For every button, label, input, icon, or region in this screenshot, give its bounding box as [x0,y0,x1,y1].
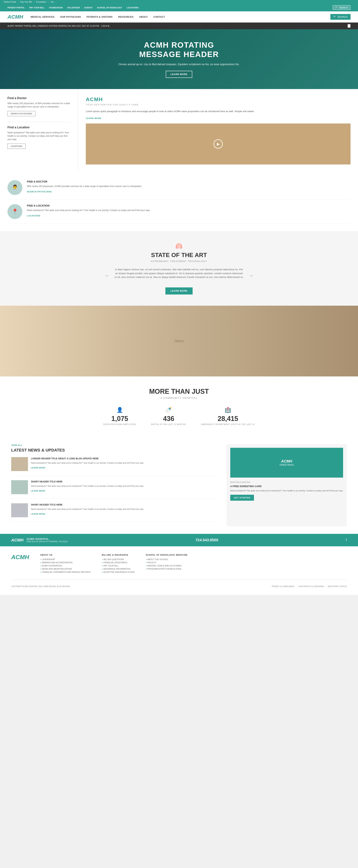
utility-patient-portal[interactable]: Patient Portal [4,1,16,3]
find-doctor-content: FIND A DOCTOR With nearly 200 physicians… [27,180,142,193]
nav-patients[interactable]: PATIENTS & VISITORS [86,16,112,18]
stats-row: 👤 1,075 DEDICATED ACMH EMPLOYEES 🍼 436 B… [7,407,351,426]
find-location-card: Find a Location Need assistance? Not qui… [7,126,71,149]
utility-foundation[interactable]: Foundation [36,1,47,3]
state-art-heading: STATE OF THE ART [7,252,351,258]
stat-employees-label: DEDICATED ACMH EMPLOYEES [103,423,136,426]
news-item-3: SHORT HEADER TITLE HERE Need assistance?… [11,503,219,522]
news-cta-2[interactable]: LEARN MORE [31,490,45,492]
footer-school-heading: SCHOOL OF RADIOLOGIC MEDICINE [146,554,187,556]
nonprofit-link[interactable]: NON PROFIT STATUS [328,585,347,587]
ecard-image: ACMH GREETINGS [230,448,343,477]
footer-about-school[interactable]: ABOUT THE SCHOOL [146,558,187,560]
nav-contact[interactable]: CONTACT [153,16,165,18]
utility-bar: Patient Portal | Pay Your Bill | Foundat… [0,0,358,4]
footer-financial[interactable]: FINANCIAL STATEMENTS AND ANNUAL REPORTS [40,571,91,573]
carousel-next-button[interactable]: → [248,273,254,279]
state-art-body: In diam legere nimious hac, eu est vocen… [114,268,244,279]
hosp-footer-info: ACMH HOSPITAL ONE NOLTE DRIVE KITTANNING… [26,537,68,542]
nav-patient-portal[interactable]: PATIENT PORTAL [7,6,25,9]
hosp-footer-logo: ACMH [11,538,24,542]
news-content-2: SHORT HEADER TITLE HERE Need assistance?… [31,480,144,494]
news-cta-3[interactable]: LEARN MORE [31,513,45,515]
nav-volunteer[interactable]: VOLUNTEER [67,6,80,9]
find-doctor-heading: Find a Doctor [7,96,71,100]
news-heading: LATEST NEWS & UPDATES [11,448,219,453]
search-physicians-button[interactable]: Search Physicians [7,111,35,116]
nav-foundation[interactable]: FOUNDATION [49,6,63,9]
footer-faculty[interactable]: FACULTY [146,561,187,564]
footer-insurance-info[interactable]: INSURANCE INFORMATION [102,568,134,570]
utility-pay-bill[interactable]: Pay Your Bill [20,1,32,3]
news-title-1: LONGER HEADER TITLE ABOUT A LONG BLOG UP… [31,457,144,460]
nav-physicians[interactable]: OUR PHYSICIANS [60,16,81,18]
ecard-greetings: GREETINGS [279,463,294,466]
alert-close-button[interactable]: ✕ [348,24,351,28]
footer-logo: ACMH [11,554,29,561]
nav-locations[interactable]: LOCATIONS [127,6,139,9]
final-footer: ACMH ABOUT US LEADERSHIP AWARDS AND ACCR… [0,546,358,595]
nav-medical-services[interactable]: MEDICAL SERVICES [31,16,54,18]
locations-link[interactable]: LOCATIONS [27,215,40,217]
copyright-row: COPYRIGHT ACMH HOSPITAL 2016 | WEB DESIG… [11,585,347,587]
news-thumb-2 [11,480,28,494]
locations-button[interactable]: Locations [7,144,26,149]
ecard-cta-button[interactable]: GET STARTED [230,495,254,501]
news-title-2: SHORT HEADER TITLE HERE [31,480,144,483]
play-icon: ▶ [214,139,223,149]
nav-pay-bill[interactable]: PAY YOUR BILL [29,6,45,9]
footer-news-media[interactable]: NEWS AND MEDIA RELATIONS [40,568,91,570]
stat-employees: 👤 1,075 DEDICATED ACMH EMPLOYEES [103,407,136,426]
logo: ACMH [7,14,23,20]
facebook-icon[interactable]: f [346,538,347,542]
alert-text: ALERT: PATIENT PORTAL WILL UNDERGO SYSTE… [7,25,110,27]
nav-resources[interactable]: RESOURCES [118,16,134,18]
hospital-image: iStock [0,306,358,376]
footer-awards[interactable]: AWARDS AND ACCREDITATION [40,561,91,564]
nav-school[interactable]: SCHOOL OF RADIOLOGY [97,6,122,9]
find-doctor-full-heading: FIND A DOCTOR [27,180,142,183]
footer-pay-bill[interactable]: PAY YOUR BILL [102,565,134,567]
ecard-body: Need assistance? Not quite sure what you… [230,489,343,492]
news-item-2: SHORT HEADER TITLE HERE Need assistance?… [11,480,219,499]
nav-about[interactable]: ABOUT [139,16,148,18]
search-button-top[interactable]: 🔍 SEARCH [333,5,351,10]
image-placeholder: iStock [174,339,184,343]
utility-vol[interactable]: Vol... [51,1,55,3]
footer-billing-questions[interactable]: BILLING QUESTIONS [102,558,134,560]
hero-cta-button[interactable]: LEARN MORE [166,71,192,78]
find-doctor-body: With nearly 200 physicians, ACMH provide… [7,102,71,108]
main-nav: ACMH MEDICAL SERVICES OUR PHYSICIANS PAT… [0,11,358,23]
page-wrapper: Patient Portal | Pay Your Bill | Foundat… [0,0,358,595]
footer-mission[interactable]: MISSION, GOALS AND OUTCOMES [146,565,187,567]
separator2: | [34,1,34,3]
rights-link[interactable]: YOUR RIGHTS & CONCERNS [298,585,324,587]
nav-events[interactable]: EVENTS [84,6,92,9]
footer-leadership[interactable]: LEADERSHIP [40,558,91,560]
ecard-box: ACMH GREETINGS Send Your Loved One A FRE… [226,444,347,526]
footer-program-effectiveness[interactable]: PROGRAM EFFECTIVENESS DATA [146,568,187,570]
search-physicians-link[interactable]: SEARCH PHYSICIANS [27,191,52,193]
carousel-prev-button[interactable]: ← [104,273,110,279]
doctors-icon: 👨‍⚕️ [12,184,18,191]
carousel: ← In diam legere nimious hac, eu est voc… [104,268,254,284]
two-col-section: Find a Doctor With nearly 200 physicians… [0,89,358,172]
stat-births-label: BIRTHS IN THE LAST 12 MONTHS [151,423,186,426]
footer-accepted-insurance[interactable]: ACCEPTED INSURANCE PLANS [102,571,134,573]
main-nav-links: MEDICAL SERVICES OUR PHYSICIANS PATIENTS… [31,16,330,18]
video-thumbnail[interactable]: ▶ [86,123,351,164]
acmh-learn-more[interactable]: LEARN MORE [86,117,102,119]
news-title-3: SHORT HEADER TITLE HERE [31,503,144,506]
footer-financial-assist[interactable]: FINANCIAL ASSISTANCE [102,561,134,564]
news-cta-1[interactable]: LEARN MORE [31,467,45,469]
state-art-cta-button[interactable]: LEARN MORE [165,287,193,294]
ecard-send-label: Send Your Loved One [230,480,343,484]
more-than-sub: A COMMUNITY HOSPITAL [7,397,351,399]
find-doctor-row: 👨‍⚕️ FIND A DOCTOR With nearly 200 physi… [7,176,351,200]
footer-acmh-foundation[interactable]: ACMH FOUNDATION [40,565,91,567]
main-search-button[interactable]: 🔍 SEARCH [330,14,351,20]
find-location-heading: Find a Location [7,126,71,129]
acmh-intro: ACMH YOUR DESTINATION FOR QUALITY CARE L… [86,96,351,120]
privacy-link[interactable]: PRIVACY & COMPLIANCE [272,585,295,587]
ecard-heading: A FREE EGREETING CARD [230,485,343,488]
